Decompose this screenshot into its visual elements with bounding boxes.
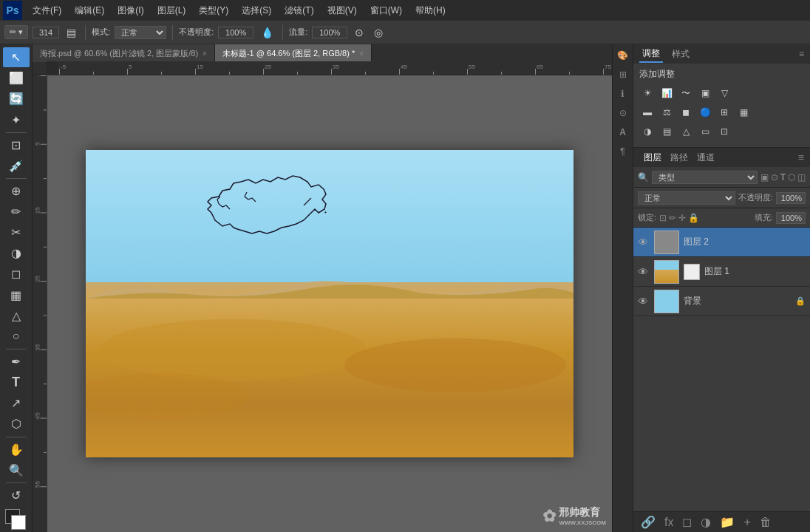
tool-lasso[interactable]: 🔄 [3, 89, 30, 109]
layers-delete-btn[interactable]: 🗑 [757, 514, 775, 531]
opacity-input[interactable] [218, 27, 253, 38]
sidebar-paragraph[interactable]: ¶ [615, 143, 631, 160]
adj-panel-menu[interactable]: ≡ [799, 49, 804, 59]
tool-blur[interactable]: △ [3, 306, 30, 326]
tool-text[interactable]: T [3, 372, 30, 392]
filter-shape-icon[interactable]: ⬡ [788, 172, 795, 183]
tool-path-select[interactable]: ↗ [3, 393, 30, 413]
filter-pixel-icon[interactable]: ▣ [760, 172, 769, 183]
layers-panel-menu[interactable]: ≡ [798, 151, 804, 163]
layers-filter-select[interactable]: 类型 [652, 171, 758, 184]
pressure-btn[interactable]: ⊙ [352, 25, 367, 40]
tool-magic-wand[interactable]: ✦ [3, 109, 30, 129]
tool-hand[interactable]: ✋ [3, 439, 30, 459]
tab-poster-close[interactable]: × [202, 50, 207, 58]
tool-marquee[interactable]: ⬜ [3, 68, 30, 88]
sidebar-adjustments[interactable]: ⊞ [615, 66, 631, 83]
tool-crop[interactable]: ⊡ [3, 135, 30, 155]
adj-posterize[interactable]: ▤ [658, 123, 675, 140]
layer-2-visibility[interactable]: 👁 [638, 236, 650, 248]
adj-hsl[interactable]: ▬ [639, 104, 656, 120]
layers-link-btn[interactable]: 🔗 [638, 514, 658, 531]
flow-input[interactable] [312, 27, 347, 38]
adj-tab-styles[interactable]: 样式 [669, 47, 692, 62]
sidebar-history[interactable]: ⊙ [615, 105, 631, 121]
tool-history[interactable]: ◑ [3, 243, 30, 263]
tool-rotate[interactable]: ↺ [3, 485, 30, 505]
tool-move[interactable]: ↖ [3, 47, 30, 67]
adj-curves[interactable]: 〜 [678, 85, 694, 101]
menu-window[interactable]: 窗口(W) [364, 3, 408, 18]
filter-adjust-icon[interactable]: ⊙ [771, 172, 778, 183]
tool-preset-btn[interactable]: ✏ ▾ [4, 25, 28, 39]
tab-untitled[interactable]: 未标题-1 @ 64.6% (图层 2, RGB/8) * × [215, 44, 372, 62]
lock-all-icon[interactable]: 🔒 [688, 213, 699, 223]
menu-view[interactable]: 视图(V) [321, 3, 363, 18]
brush-size-input[interactable] [33, 27, 59, 38]
layers-opacity-input[interactable] [776, 192, 806, 204]
menu-edit[interactable]: 编辑(E) [69, 3, 110, 18]
adj-invert[interactable]: ◑ [639, 123, 656, 140]
layers-tab-layers[interactable]: 图层 [639, 150, 666, 166]
layers-fill-input[interactable] [776, 212, 806, 224]
layers-mask-btn[interactable]: ◻ [679, 514, 695, 531]
layer-item-1[interactable]: 👁 图层 1 [633, 257, 810, 287]
tab-untitled-close[interactable]: × [359, 50, 364, 58]
menu-layer[interactable]: 图层(L) [152, 3, 192, 18]
menu-type[interactable]: 类型(Y) [193, 3, 234, 18]
layer-item-2[interactable]: 👁 图层 2 [633, 228, 810, 257]
adj-bw[interactable]: ◼ [678, 104, 694, 120]
tool-heal[interactable]: ⊕ [3, 181, 30, 201]
lock-transparent-icon[interactable]: ⊡ [659, 213, 667, 223]
color-swatches[interactable] [5, 509, 27, 529]
menu-filter[interactable]: 滤镜(T) [279, 3, 319, 18]
layer-1-visibility[interactable]: 👁 [638, 266, 650, 278]
background-color[interactable] [11, 515, 26, 530]
tab-poster[interactable]: 海报.psd @ 60.6% (图片滤镜 2, 图层蒙版/8) × [33, 44, 215, 62]
tool-dodge[interactable]: ○ [3, 327, 30, 347]
lock-move-icon[interactable]: ✛ [678, 213, 686, 223]
menu-image[interactable]: 图像(I) [112, 3, 149, 18]
adj-brightness[interactable]: ☀ [639, 85, 656, 101]
adj-channelmix[interactable]: ⊞ [716, 104, 732, 120]
adj-levels[interactable]: 📊 [658, 85, 675, 101]
layers-new-btn[interactable]: + [741, 514, 753, 531]
blend-mode-select[interactable]: 正常 [115, 26, 166, 39]
adj-colorlookup[interactable]: ▦ [735, 104, 752, 120]
tool-shape[interactable]: ⬡ [3, 414, 30, 434]
tool-clone[interactable]: ✂ [3, 222, 30, 242]
canvas-container[interactable]: + ✿ 邢帅教育 WWW.XXJSCOM [47, 75, 612, 532]
adj-exposure[interactable]: ▣ [697, 85, 713, 101]
adj-vibrance[interactable]: ▽ [716, 85, 732, 101]
pressure2-btn[interactable]: ◎ [371, 25, 386, 40]
adj-selective[interactable]: ⊡ [716, 123, 732, 140]
airbrush-btn[interactable]: 💧 [258, 25, 276, 40]
layers-group-btn[interactable]: 📁 [717, 514, 738, 531]
menu-file[interactable]: 文件(F) [27, 3, 67, 18]
layers-adj-btn[interactable]: ◑ [698, 514, 714, 531]
filter-smart-icon[interactable]: ◫ [797, 172, 806, 183]
adj-colorbalance[interactable]: ⚖ [658, 104, 675, 120]
adj-threshold[interactable]: △ [678, 123, 694, 140]
adj-photofilter[interactable]: 🔵 [697, 104, 713, 120]
layers-fx-btn[interactable]: fx [661, 514, 676, 531]
sidebar-text[interactable]: A [615, 124, 631, 140]
layer-bg-visibility[interactable]: 👁 [638, 296, 650, 307]
tool-eraser[interactable]: ◻ [3, 264, 30, 284]
tool-pen[interactable]: ✒ [3, 352, 30, 372]
tool-gradient[interactable]: ▦ [3, 285, 30, 305]
layer-item-bg[interactable]: 👁 背景 🔒 [633, 287, 810, 316]
layers-tab-paths[interactable]: 路径 [666, 150, 692, 166]
adj-tab-adjustments[interactable]: 调整 [639, 46, 663, 63]
filter-text-icon[interactable]: T [780, 172, 786, 183]
lock-paint-icon[interactable]: ✏ [669, 213, 676, 223]
sidebar-color[interactable]: 🎨 [615, 47, 631, 64]
tool-zoom[interactable]: 🔍 [3, 460, 30, 480]
layers-blend-select[interactable]: 正常 [638, 191, 735, 205]
menu-select[interactable]: 选择(S) [236, 3, 277, 18]
sidebar-info[interactable]: ℹ [615, 86, 631, 102]
tool-brush[interactable]: ✏ [3, 202, 30, 222]
brush-options-btn[interactable]: ▤ [64, 25, 79, 40]
layers-tab-channels[interactable]: 通道 [692, 150, 719, 166]
tool-eyedropper[interactable]: 💉 [3, 156, 30, 176]
